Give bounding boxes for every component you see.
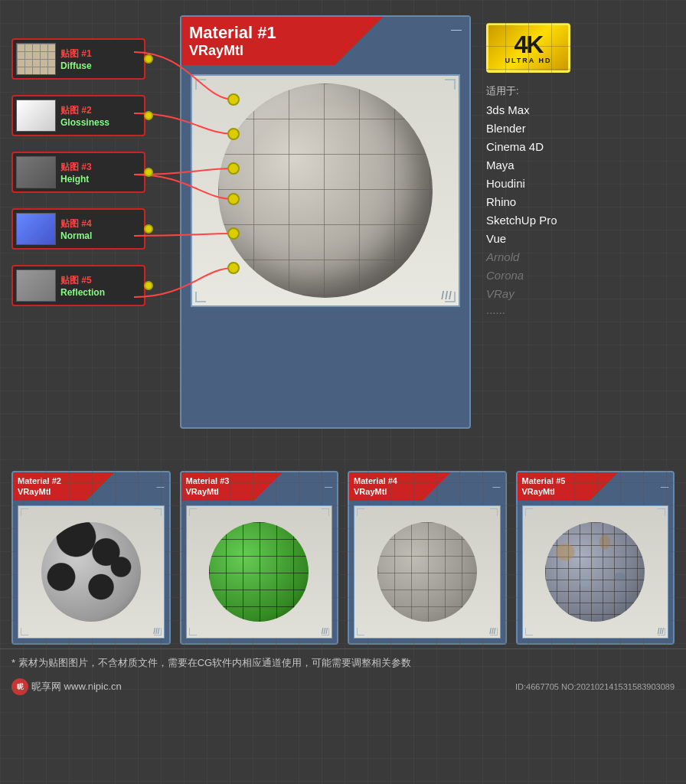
node-number-2: 贴图 #2 xyxy=(60,104,109,117)
mini-sphere-container-5 xyxy=(523,506,668,638)
top-section: 贴图 #1 Diffuse 贴图 #2 Glossiness 贴图 #3 xyxy=(0,0,686,467)
software-list-section: 4K ULTRA HD 适用于: 3ds Max Blender Cinema … xyxy=(486,15,601,316)
material-subtitle: VRayMtl xyxy=(189,43,276,59)
mini-material-card-4[interactable]: Material #4VRayMtl — /// xyxy=(348,471,507,645)
texture-node-3[interactable]: 贴图 #3 Height xyxy=(11,152,145,193)
mini-header-2: Material #2VRayMtl — xyxy=(13,472,169,501)
texture-node-5[interactable]: 贴图 #5 Reflection xyxy=(11,265,145,306)
mini-material-card-5[interactable]: Material #5VRayMtl — /// xyxy=(516,471,675,645)
node-connector-1[interactable] xyxy=(144,54,153,64)
mini-corner-bl-4 xyxy=(357,628,364,635)
4k-badge-sub: ULTRA HD xyxy=(505,57,552,64)
mini-minimize-3[interactable]: — xyxy=(325,482,332,491)
watermark-id: ID:4667705 NO:202102141531583903089 xyxy=(515,682,675,691)
software-maya: Maya xyxy=(486,156,601,175)
mini-corner-tl-3 xyxy=(189,508,197,516)
footer-note: * 素材为贴图图片，不含材质文件，需要在CG软件内相应通道使用，可能需要调整相关… xyxy=(11,655,675,671)
mini-frame-3: /// xyxy=(186,505,333,639)
logo-icon: 昵 xyxy=(11,678,28,695)
mini-title-2: Material #2VRayMtl xyxy=(18,475,61,498)
footer-section: * 素材为贴图图片，不含材质文件，需要在CG软件内相应通道使用，可能需要调整相关… xyxy=(0,648,686,675)
node-info-4: 贴图 #4 Normal xyxy=(60,217,92,241)
mini-preview-5: /// xyxy=(518,501,674,643)
mini-frame-2: /// xyxy=(18,505,165,639)
mini-header-4: Material #4VRayMtl — xyxy=(349,472,505,501)
mini-sphere-container-2 xyxy=(18,506,164,638)
software-3dsmax: 3ds Max xyxy=(486,101,601,119)
texture-node-2[interactable]: 贴图 #2 Glossiness xyxy=(11,95,145,136)
mini-sphere-2 xyxy=(41,522,141,622)
node-info-2: 贴图 #2 Glossiness xyxy=(60,104,109,128)
main-material-card: Material #1 VRayMtl — /// xyxy=(180,15,471,429)
corner-tr xyxy=(445,79,456,90)
corner-bl xyxy=(195,292,206,302)
mini-hash-5: /// xyxy=(658,627,664,635)
mini-hash-2: /// xyxy=(153,627,159,635)
bottom-section: Material #2VRayMtl — /// Material xyxy=(0,467,686,648)
node-type-1: Diffuse xyxy=(60,60,92,71)
applies-to-label: 适用于: xyxy=(486,84,601,98)
mini-sphere-4 xyxy=(377,522,477,622)
corner-tl xyxy=(195,79,206,90)
mini-material-card-2[interactable]: Material #2VRayMtl — /// xyxy=(11,471,171,645)
watermark-site: 昵享网 www.nipic.cn xyxy=(31,680,122,694)
mini-header-5: Material #5VRayMtl — xyxy=(518,472,674,501)
node-number-4: 贴图 #4 xyxy=(60,217,92,230)
software-cinema4d: Cinema 4D xyxy=(486,138,601,156)
mini-corner-tr-2 xyxy=(154,508,162,516)
software-houdini: Houdini xyxy=(486,175,601,193)
node-info-5: 贴图 #5 Reflection xyxy=(60,274,105,298)
software-blender: Blender xyxy=(486,119,601,138)
node-type-5: Reflection xyxy=(60,287,105,298)
software-rhino: Rhino xyxy=(486,193,601,211)
software-corona: Corona xyxy=(486,266,601,285)
mini-corner-bl-2 xyxy=(21,628,28,635)
node-type-4: Normal xyxy=(60,230,92,241)
mini-sphere-5 xyxy=(545,522,645,622)
node-type-2: Glossiness xyxy=(60,117,109,128)
software-vue: Vue xyxy=(486,230,601,248)
node-type-3: Height xyxy=(60,174,92,185)
node-connector-4[interactable] xyxy=(144,224,153,234)
mini-frame-4: /// xyxy=(354,505,501,639)
material-title: Material #1 xyxy=(189,23,276,43)
mini-title-4: Material #4VRayMtl xyxy=(354,475,397,498)
texture-node-1[interactable]: 贴图 #1 Diffuse xyxy=(11,38,145,80)
mini-minimize-2[interactable]: — xyxy=(157,482,165,491)
mini-minimize-4[interactable]: — xyxy=(493,482,501,491)
mini-corner-tr-3 xyxy=(322,508,329,516)
4k-badge: 4K ULTRA HD xyxy=(486,23,570,73)
mini-corner-bl-3 xyxy=(189,628,197,635)
mini-sphere-container-3 xyxy=(187,506,332,638)
mini-corner-tr-4 xyxy=(490,508,498,516)
node-connector-2[interactable] xyxy=(144,111,153,120)
mini-frame-5: /// xyxy=(522,505,669,639)
main-content: 贴图 #1 Diffuse 贴图 #2 Glossiness 贴图 #3 xyxy=(0,0,686,784)
mini-hash-4: /// xyxy=(489,627,495,635)
texture-nodes-panel: 贴图 #1 Diffuse 贴图 #2 Glossiness 贴图 #3 xyxy=(11,15,165,306)
sphere-container-main xyxy=(192,76,459,305)
footer-watermark: 昵 昵享网 www.nipic.cn ID:4667705 NO:2021021… xyxy=(0,675,686,695)
mini-corner-tl-2 xyxy=(21,508,28,516)
mini-corner-bl-5 xyxy=(525,628,533,635)
minimize-button[interactable]: — xyxy=(451,23,462,35)
mini-minimize-5[interactable]: — xyxy=(661,482,668,491)
material-title-block: Material #1 VRayMtl xyxy=(189,23,276,59)
mini-material-card-3[interactable]: Material #3VRayMtl — /// xyxy=(180,471,339,645)
node-connector-3[interactable] xyxy=(144,168,153,177)
mini-corner-tr-5 xyxy=(658,508,665,516)
mini-hash-3: /// xyxy=(322,627,328,635)
node-thumb-glossiness xyxy=(16,100,56,132)
node-thumb-normal xyxy=(16,213,56,245)
mini-title-3: Material #3VRayMtl xyxy=(186,475,230,498)
mini-header-3: Material #3VRayMtl — xyxy=(181,472,338,501)
node-number-5: 贴图 #5 xyxy=(60,274,105,287)
material-sphere-main xyxy=(218,83,433,298)
software-arnold: Arnold xyxy=(486,248,601,266)
node-thumb-reflection xyxy=(16,270,56,302)
node-connector-5[interactable] xyxy=(144,281,153,290)
software-sketchup: SketchUp Pro xyxy=(486,211,601,230)
mini-preview-3: /// xyxy=(181,501,338,643)
material-preview-area: /// xyxy=(181,65,469,315)
texture-node-4[interactable]: 贴图 #4 Normal xyxy=(11,208,145,250)
